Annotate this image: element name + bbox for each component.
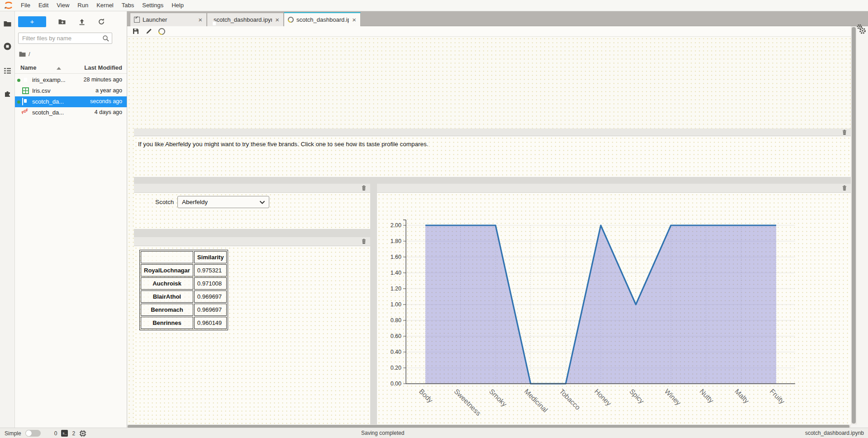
menu-edit[interactable]: Edit xyxy=(34,0,52,11)
y-tick-label: 0.40 xyxy=(391,349,401,355)
y-tick-label: 1.40 xyxy=(391,270,401,276)
y-tick-label: 1.20 xyxy=(391,286,401,292)
empty-header-cell xyxy=(141,251,193,263)
file-row-iris-example[interactable]: iris_examp... 28 minutes ago xyxy=(15,75,127,86)
column-header-name[interactable]: Name xyxy=(20,64,36,71)
jupyter-logo-icon xyxy=(4,1,13,10)
cell-header[interactable] xyxy=(377,184,851,193)
file-browser-toolbar: + xyxy=(15,15,127,29)
save-icon[interactable] xyxy=(132,28,139,35)
table-row: RoyalLochnagar 0.975321 xyxy=(141,264,227,276)
brand-cell[interactable]: RoyalLochnagar xyxy=(141,264,193,276)
file-browser-icon[interactable] xyxy=(3,19,12,28)
kernel-running-dot xyxy=(17,100,20,104)
brand-cell[interactable]: Benromach xyxy=(141,304,193,316)
similarity-value-cell: 0.969697 xyxy=(194,304,227,316)
x-category-label: Tobacco xyxy=(558,387,582,411)
tab-scotch-dashboard-2-active[interactable]: scotch_dashboard.ipynb × xyxy=(284,12,361,26)
csv-file-icon xyxy=(22,87,29,95)
jupyterlab-window: File Edit View Run Kernel Tabs Settings … xyxy=(0,0,868,438)
filter-files-input[interactable] xyxy=(21,33,98,43)
trash-icon[interactable] xyxy=(841,185,848,191)
terminal-icon[interactable]: s_ xyxy=(61,430,68,437)
menu-view[interactable]: View xyxy=(52,0,73,11)
simple-mode-label: Simple xyxy=(5,430,21,437)
menu-file[interactable]: File xyxy=(17,0,34,11)
cell-body: If you like Aberfeldy you might want to … xyxy=(134,136,851,177)
file-listing-header: Name Last Modified xyxy=(15,62,127,74)
tab-scotch-dashboard-1[interactable]: scotch_dashboard.ipynb × xyxy=(207,13,284,26)
menu-help[interactable]: Help xyxy=(167,0,188,11)
running-sessions-icon[interactable] xyxy=(3,42,12,51)
cell-header[interactable] xyxy=(134,184,370,193)
taste-profile-area-chart: 0.000.200.400.600.801.001.201.401.601.80… xyxy=(377,193,851,425)
kernels-count: 2 xyxy=(72,430,75,437)
y-tick-label: 0.00 xyxy=(391,381,401,387)
file-row-scotch-dashboard-ipynb[interactable]: scotch_da... seconds ago xyxy=(15,96,127,107)
trash-icon[interactable] xyxy=(361,185,367,191)
brand-cell[interactable]: BlairAthol xyxy=(141,290,193,303)
x-category-label: Fruity xyxy=(768,387,787,405)
table-row: Auchroisk 0.971008 xyxy=(141,277,227,290)
cell-header[interactable] xyxy=(134,237,370,246)
menu-tabs[interactable]: Tabs xyxy=(118,0,138,11)
file-modified: 28 minutes ago xyxy=(84,76,122,83)
close-tab-icon[interactable]: × xyxy=(275,16,280,23)
x-category-label: Winey xyxy=(663,387,682,407)
brand-cell[interactable]: Benrinnes xyxy=(141,317,193,329)
file-row-scotch-dashboard-pdf[interactable]: PDF scotch_da... 4 days ago xyxy=(15,107,127,118)
file-browser-panel: + / Name Last Modified xyxy=(15,11,127,428)
scotch-dropdown[interactable]: Aberfeldy xyxy=(177,196,269,208)
file-modified: a year ago xyxy=(95,87,122,94)
file-row-iris-csv[interactable]: Iris.csv a year ago xyxy=(15,86,127,96)
search-icon xyxy=(102,35,110,42)
home-folder-icon xyxy=(19,51,26,57)
vertical-scrollbar[interactable] xyxy=(851,26,857,424)
x-category-label: Spicy xyxy=(628,387,646,405)
y-tick-label: 0.20 xyxy=(391,365,401,371)
menu-run[interactable]: Run xyxy=(73,0,92,11)
close-tab-icon[interactable]: × xyxy=(352,16,357,23)
new-launcher-button[interactable]: + xyxy=(18,16,46,27)
new-folder-icon[interactable] xyxy=(58,18,66,26)
refresh-icon[interactable] xyxy=(97,18,105,26)
menu-bar: File Edit View Run Kernel Tabs Settings … xyxy=(0,0,868,11)
close-tab-icon[interactable]: × xyxy=(198,16,203,23)
chevron-down-icon xyxy=(259,200,265,204)
activity-bar xyxy=(0,11,15,428)
tab-launcher[interactable]: Launcher × xyxy=(130,13,207,26)
status-current-file: scotch_dashboard.ipynb xyxy=(805,430,864,436)
property-inspector-gears-icon[interactable] xyxy=(856,23,867,36)
cell-header[interactable] xyxy=(134,129,851,136)
vertical-scrollbar-thumb[interactable] xyxy=(852,27,856,424)
simple-mode-toggle[interactable] xyxy=(25,430,41,437)
filter-files-box xyxy=(18,33,112,44)
x-category-label: Nutty xyxy=(698,387,715,405)
pdf-file-icon: PDF xyxy=(21,108,31,118)
menu-kernel[interactable]: Kernel xyxy=(92,0,118,11)
x-category-label: Medicinal xyxy=(523,387,549,414)
column-header-last-modified[interactable]: Last Modified xyxy=(84,64,122,71)
taste-profile-chart: 0.000.200.400.600.801.001.201.401.601.80… xyxy=(377,193,851,425)
status-bar-left: Simple 0 s_ 2 xyxy=(5,428,86,438)
similarity-value-cell: 0.969697 xyxy=(194,290,227,303)
kernel-running-dot xyxy=(17,79,20,82)
dashboard-canvas: If you like Aberfeldy you might want to … xyxy=(127,37,851,424)
trash-icon[interactable] xyxy=(361,238,367,245)
extension-manager-icon[interactable] xyxy=(3,89,12,98)
edit-pencil-icon[interactable] xyxy=(145,28,153,35)
trash-icon[interactable] xyxy=(841,129,848,136)
similarity-table: Similarity RoyalLochnagar 0.975321 Auchr… xyxy=(139,250,228,330)
upload-icon[interactable] xyxy=(78,18,86,26)
breadcrumb-root[interactable]: / xyxy=(29,51,30,57)
kernel-chip-icon[interactable] xyxy=(79,430,86,437)
table-of-contents-icon[interactable] xyxy=(3,67,12,75)
menu-settings[interactable]: Settings xyxy=(138,0,167,11)
breadcrumb[interactable]: / xyxy=(19,49,30,58)
tab-label: scotch_dashboard.ipynb xyxy=(296,16,349,23)
y-tick-label: 0.80 xyxy=(391,317,401,324)
brand-cell[interactable]: Auchroisk xyxy=(141,277,193,290)
cell-body: 0.000.200.400.600.801.001.201.401.601.80… xyxy=(377,193,851,425)
x-category-label: Smoky xyxy=(488,387,509,408)
kernel-busy-indicator-icon[interactable] xyxy=(158,28,165,35)
